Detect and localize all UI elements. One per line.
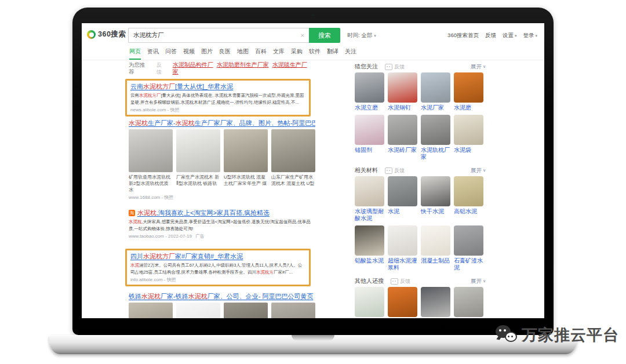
related-image-item[interactable]: 水泥袋 (454, 115, 483, 161)
time-filter-label: 时间: 全部 (347, 32, 372, 39)
related-image-row (355, 287, 486, 317)
related-image-thumbnail (355, 72, 384, 103)
360-search-logo[interactable]: 360搜索 (87, 30, 126, 39)
result-thumbnail[interactable] (176, 303, 220, 318)
related-image-item[interactable]: 快干水泥 (421, 176, 450, 222)
snapshot-link[interactable]: 快照 (167, 277, 176, 282)
related-image-caption: 快干水泥 (421, 208, 450, 215)
related-image-item[interactable]: 水泥砖厂家 (388, 115, 417, 161)
clear-icon[interactable]: × (301, 31, 304, 39)
related-image-thumbnail (388, 176, 417, 206)
result-source: www.1688.com - 快照 (129, 194, 315, 201)
top-nav-link[interactable]: 360搜索首页 (447, 32, 479, 39)
result-title-link[interactable]: 四川水泥枕方厂家#厂家直销#_华君水泥 (130, 252, 305, 261)
canvas: 360搜索 × 搜索 时间: 全部 ▾ 360搜索首页反馈设置▾登录▾ 网页资讯… (0, 0, 626, 364)
related-image-item[interactable] (355, 287, 384, 317)
search-tab[interactable]: 地图 (237, 46, 249, 60)
result-thumbnail[interactable] (271, 129, 315, 172)
snapshot-link[interactable]: 快照 (164, 195, 173, 200)
laptop-notch (292, 335, 334, 341)
recommend-feedback[interactable]: 反馈 (156, 61, 167, 75)
related-image-item[interactable]: 水泥 (388, 176, 417, 222)
related-image-item[interactable]: 水泥厂家 (421, 72, 450, 111)
search-tab[interactable]: 图片 (201, 46, 213, 60)
search-tab[interactable]: 关注 (345, 46, 356, 60)
top-nav-label: 设置 (503, 32, 514, 39)
related-image-item[interactable]: 超细水泥灌浆料 (388, 225, 417, 271)
result-title-link[interactable]: 铁路水泥枕厂家-铁路水泥枕厂家、公司、企业- 阿里巴巴公司黄页 (129, 292, 315, 301)
expand-button[interactable]: 展开∨ (471, 278, 486, 285)
related-image-item[interactable]: 水泥磨 (454, 72, 483, 111)
feedback-button[interactable]: 反馈 (385, 167, 405, 174)
related-image-item[interactable]: 高铝水泥 (454, 176, 483, 222)
search-tab[interactable]: 翻译 (327, 46, 339, 60)
search-tab[interactable]: 资讯 (147, 46, 159, 60)
result-title-link[interactable]: 淘水泥枕,淘我喜欢上<淘宝网>家具百搭,疯抢精选 (129, 209, 315, 217)
search-tab[interactable]: 网页 (129, 46, 141, 60)
search-tab[interactable]: 文库 (273, 46, 285, 60)
result-source: info.alibole.com - 快照 (130, 276, 305, 283)
related-image-item[interactable]: 水玻璃型耐酸水泥 (355, 176, 384, 222)
search-tab[interactable]: 良医 (219, 46, 231, 60)
related-image-item[interactable]: 水泥立磨 (355, 72, 384, 111)
related-image-item[interactable]: 水泥钢钉 (388, 72, 417, 111)
result-thumbnail[interactable] (129, 129, 173, 172)
related-image-item[interactable] (388, 287, 417, 317)
result-title-text: 云南 (130, 83, 143, 90)
result-title-text: 厂家-铁路 (161, 293, 188, 300)
feedback-button[interactable]: 反馈 (391, 278, 410, 285)
result-thumbnail[interactable] (224, 129, 268, 172)
result-thumbnail[interactable] (176, 129, 220, 172)
browser-screen: 360搜索 × 搜索 时间: 全部 ▾ 360搜索首页反馈设置▾登录▾ 网页资讯… (82, 23, 544, 318)
recommend-link[interactable]: 水泥制品构件厂 (173, 61, 213, 68)
result-snippet: 水泥枕,大牌家具,想要完美品质,享受舒适生活<淘宝网>超值低价,退换无忧!淘宝超… (129, 219, 315, 232)
related-image-item[interactable]: 石膏矿渣水泥 (454, 225, 483, 271)
top-nav-link[interactable]: 登录▾ (523, 32, 537, 39)
related-image-item[interactable] (454, 287, 483, 317)
top-nav: 360搜索首页反馈设置▾登录▾ (447, 32, 537, 39)
expand-button[interactable]: 展开∨ (471, 167, 486, 174)
related-image-caption: 水玻璃型耐酸水泥 (355, 208, 384, 222)
result-title-link[interactable]: 云南水泥枕方厂[量大从优]_华君水泥 (130, 82, 305, 91)
related-image-item[interactable] (421, 287, 450, 317)
related-image-caption: 石膏矿渣水泥 (454, 257, 483, 271)
expand-button[interactable]: 展开∨ (471, 63, 486, 71)
result-thumbnail[interactable] (224, 303, 268, 318)
caret-down-icon: ▾ (535, 34, 537, 38)
search-tab[interactable]: 问答 (165, 46, 177, 60)
result-thumbnail[interactable] (271, 303, 315, 318)
snapshot-link[interactable]: 快照 (170, 107, 179, 112)
top-nav-link[interactable]: 反馈 (485, 32, 496, 39)
related-image-item[interactable]: 混凝土制品 (421, 225, 450, 271)
result-title-text: 铁路 (129, 293, 141, 300)
thumbnail-caption[interactable]: 矿用轨道用水泥轨枕 新2型水泥轨枕优质水 (129, 174, 173, 193)
time-filter[interactable]: 时间: 全部 ▾ (347, 32, 376, 39)
related-section: 猜您关注反馈展开∨水泥立磨水泥钢钉水泥厂家水泥磨锚固剂水泥砖厂家水泥轨枕厂家水泥… (355, 63, 486, 161)
thumbnail-caption[interactable]: 厂家生产水泥枕木 新Ⅱ型水泥轨枕 铁路轨 (176, 174, 220, 193)
search-input[interactable] (128, 28, 309, 43)
related-image-thumbnail (388, 115, 417, 145)
feedback-button[interactable]: 反馈 (385, 63, 405, 71)
recommend-link[interactable]: 水泥助磨剂生产厂家 (217, 61, 269, 68)
related-image-item[interactable]: 锚固剂 (355, 115, 384, 161)
related-image-thumbnail (421, 225, 450, 256)
thumbnail-caption[interactable]: U型环水泥轨枕 混凝土枕厂家常年生产 煤 (224, 174, 268, 193)
result-title-link[interactable]: 水泥枕生产厂家-水泥枕生产厂家厂家、品牌、图片、热帖-阿里巴巴 (129, 119, 315, 128)
related-section-header: 猜您关注反馈展开∨ (355, 63, 486, 71)
related-image-item[interactable]: 铝酸盐水泥 (355, 225, 384, 271)
snippet-text: ,大牌家具,想要完美品质,享受舒适生活<淘宝网>超值低价,退换无忧!淘宝超值商品… (129, 219, 311, 231)
feedback-icon (385, 168, 392, 174)
related-image-row: 锚固剂水泥砖厂家水泥轨枕厂家水泥袋 (355, 115, 486, 161)
search-button[interactable]: 搜索 (309, 28, 340, 43)
result-thumbnail[interactable] (129, 303, 173, 318)
search-tab[interactable]: 采购 (291, 46, 303, 60)
top-nav-link[interactable]: 设置▾ (503, 32, 517, 39)
taobao-ad-badge-icon: 淘 (129, 210, 135, 216)
search-tab[interactable]: 百科 (255, 46, 267, 60)
thumbnail-caption[interactable]: 山东厂家生产矿用水泥枕木 混凝土枕 U型 (271, 174, 315, 193)
search-tab[interactable]: 软件 (309, 46, 321, 60)
related-image-item[interactable]: 水泥轨枕厂家 (421, 115, 450, 161)
search-tab[interactable]: 视频 (183, 46, 195, 60)
result-title-text: 水泥枕方厂 (143, 253, 175, 260)
result-title-text: 家#厂家直销#_华君水泥 (175, 253, 243, 260)
